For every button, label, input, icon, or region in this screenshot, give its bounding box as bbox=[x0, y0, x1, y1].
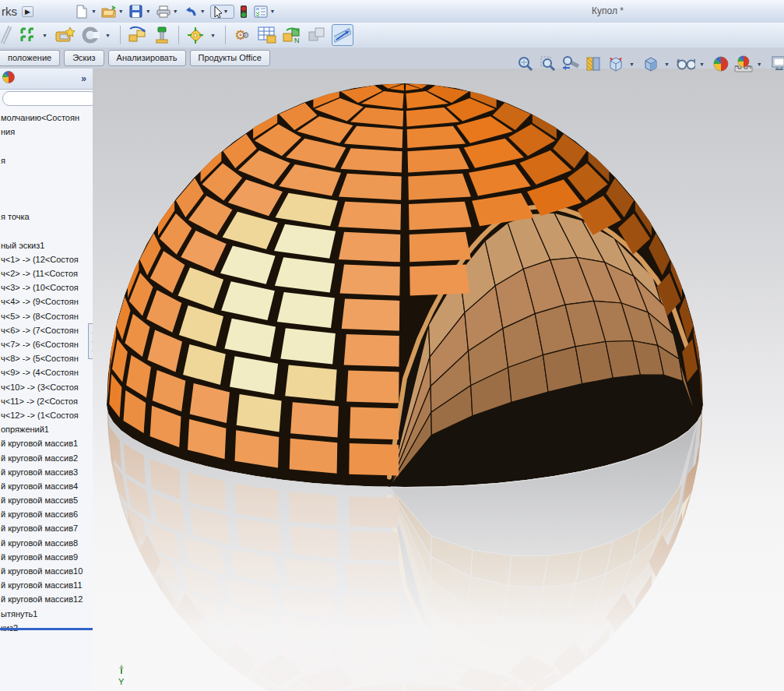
bill-of-materials-icon[interactable] bbox=[257, 25, 277, 45]
assembly-features-gears-icon[interactable]: ⚙⚙ bbox=[232, 25, 252, 45]
measure-tool-button[interactable] bbox=[332, 24, 353, 46]
tree-item[interactable]: ч<8> -> (5<Состоян bbox=[0, 351, 93, 365]
insert-components-icon[interactable] bbox=[17, 25, 37, 45]
save-icon[interactable] bbox=[128, 4, 144, 19]
view-orientation-icon[interactable] bbox=[606, 55, 625, 73]
tree-item[interactable] bbox=[0, 167, 93, 182]
select-tool-button[interactable]: ▼ bbox=[210, 5, 234, 19]
toolbar-separator bbox=[178, 26, 179, 44]
tree-item[interactable]: й круговой массив9 bbox=[0, 550, 93, 564]
solidworks-window: { "window": { "app_title_fragment": "rks… bbox=[0, 0, 784, 691]
appearance-tab-icon[interactable] bbox=[2, 71, 16, 87]
view-orientation-dropdown[interactable]: ▼ bbox=[629, 62, 635, 67]
tab-office-products[interactable]: Продукты Office bbox=[190, 50, 270, 66]
options-checklist-icon[interactable] bbox=[253, 4, 269, 19]
options-dropdown[interactable]: ▼ bbox=[270, 9, 276, 14]
tree-item[interactable]: я точка bbox=[0, 210, 93, 224]
undo-icon[interactable] bbox=[183, 4, 199, 19]
smart-fastener-icon[interactable] bbox=[152, 25, 172, 45]
save-dropdown[interactable]: ▼ bbox=[146, 9, 151, 14]
tree-item[interactable]: й круговой массив8 bbox=[0, 536, 93, 550]
display-style-icon[interactable] bbox=[642, 55, 660, 73]
tree-item[interactable] bbox=[0, 139, 93, 153]
menu-expand-button[interactable]: ▶ bbox=[22, 6, 33, 17]
mate-icon[interactable] bbox=[80, 25, 100, 45]
tree-item[interactable]: молчанию<Состоян bbox=[0, 111, 93, 125]
print-dropdown[interactable]: ▼ bbox=[173, 9, 178, 14]
apply-scene-icon[interactable] bbox=[734, 55, 753, 73]
tree-item[interactable]: й круговой массив3 bbox=[0, 465, 93, 479]
tree-item[interactable]: я bbox=[0, 153, 93, 167]
rollback-bar[interactable] bbox=[0, 628, 93, 630]
new-document-icon[interactable] bbox=[74, 4, 90, 19]
view-settings-icon[interactable] bbox=[769, 55, 784, 73]
hide-show-dropdown[interactable]: ▼ bbox=[699, 62, 705, 67]
component-with-star-icon[interactable] bbox=[55, 25, 76, 45]
zoom-to-area-icon[interactable] bbox=[539, 55, 557, 73]
panel-expand-chevron[interactable]: » bbox=[81, 73, 86, 84]
tree-item[interactable]: ч<7> -> (6<Состоян bbox=[0, 337, 93, 351]
tab-sketch[interactable]: Эскиз bbox=[64, 50, 104, 66]
select-dropdown[interactable]: ▼ bbox=[223, 9, 229, 14]
print-icon[interactable] bbox=[156, 4, 171, 19]
title-bar: rks ▶ ▼ ▼ ▼ ▼ ▼ ▼ ▼ bbox=[0, 0, 784, 23]
tree-item[interactable]: ч<11> -> (2<Состоя bbox=[0, 394, 93, 408]
section-view-icon[interactable] bbox=[584, 55, 603, 73]
tree-item[interactable]: опряжений1 bbox=[0, 422, 93, 436]
tree-item[interactable]: й круговой массив6 bbox=[0, 507, 93, 521]
axis-y-label: Y bbox=[118, 677, 125, 686]
insert-components-dropdown[interactable]: ▼ bbox=[42, 33, 47, 38]
hide-show-items-icon[interactable] bbox=[677, 55, 695, 73]
tree-item[interactable]: ч<12> -> (1<Состоя bbox=[0, 408, 93, 422]
reference-triad: Y bbox=[113, 663, 130, 689]
tree-item[interactable]: й круговой массив1 bbox=[0, 436, 93, 450]
tree-item[interactable]: ч<5> -> (8<Состоян bbox=[0, 309, 93, 323]
feature-manager-panel: » молчанию<Состояннияяя точканый эскиз1ч… bbox=[0, 69, 93, 691]
edit-appearance-icon[interactable] bbox=[712, 55, 730, 73]
tree-item[interactable]: й круговой массив11 bbox=[0, 578, 93, 592]
exploded-view-icon[interactable] bbox=[185, 25, 206, 45]
edit-component-icon[interactable] bbox=[0, 25, 12, 45]
tree-item[interactable]: ч<6> -> (7<Состоян bbox=[0, 323, 93, 337]
tree-item[interactable]: й круговой массив5 bbox=[0, 493, 93, 507]
mate-dropdown[interactable]: ▼ bbox=[105, 33, 111, 38]
standard-toolbar: ▼ ▼ ▼ ▼ ▼ ▼ ▼ bbox=[74, 4, 279, 19]
tree-item[interactable]: ч<10> -> (3<Состоя bbox=[0, 380, 93, 394]
tree-item[interactable]: ч<3> -> (10<Состоя bbox=[0, 280, 93, 294]
tab-layout[interactable]: положение bbox=[0, 50, 60, 66]
tree-item[interactable]: ный эскиз1 bbox=[0, 238, 93, 252]
feature-tree-filter-input[interactable] bbox=[2, 91, 97, 106]
assembly-toolbar: ▼ ▼ ▼ ⚙⚙ N bbox=[0, 23, 784, 48]
graphics-viewport[interactable]: Y bbox=[93, 69, 784, 691]
tree-item[interactable]: ч<4> -> (9<Состоян bbox=[0, 294, 93, 308]
display-style-dropdown[interactable]: ▼ bbox=[664, 62, 670, 67]
exploded-view-dropdown[interactable]: ▼ bbox=[210, 33, 216, 38]
tree-item[interactable]: й круговой массив7 bbox=[0, 521, 93, 535]
undo-dropdown[interactable]: ▼ bbox=[200, 9, 206, 14]
previous-view-icon[interactable] bbox=[561, 55, 580, 73]
tree-item[interactable]: ч<1> -> (12<Состоя bbox=[0, 252, 93, 266]
tree-item[interactable] bbox=[0, 196, 93, 210]
tree-item[interactable]: ч<9> -> (4<Состоян bbox=[0, 365, 93, 379]
tree-item[interactable]: ч<2> -> (11<Состоя bbox=[0, 266, 93, 280]
new-motion-study-icon[interactable]: N bbox=[282, 25, 302, 45]
interference-detection-icon[interactable] bbox=[307, 25, 327, 45]
zoom-to-fit-icon[interactable] bbox=[516, 55, 535, 73]
rebuild-traffic-light-icon[interactable] bbox=[236, 4, 251, 19]
tree-item[interactable]: й круговой массив2 bbox=[0, 451, 93, 465]
tree-item[interactable]: ния bbox=[0, 125, 93, 139]
open-dropdown[interactable]: ▼ bbox=[118, 9, 124, 14]
tree-item[interactable] bbox=[0, 224, 93, 238]
tree-item[interactable]: й круговой массив12 bbox=[0, 592, 93, 606]
feature-tree: молчанию<Состояннияяя точканый эскиз1ч<1… bbox=[0, 111, 93, 635]
tree-item[interactable] bbox=[0, 182, 93, 196]
tree-item[interactable]: й круговой массив10 bbox=[0, 564, 93, 578]
open-document-icon[interactable] bbox=[101, 4, 117, 19]
apply-scene-dropdown[interactable]: ▼ bbox=[757, 62, 762, 67]
move-component-icon[interactable] bbox=[127, 25, 147, 45]
new-document-dropdown[interactable]: ▼ bbox=[91, 9, 97, 14]
tab-evaluate[interactable]: Анализировать bbox=[108, 50, 186, 66]
tree-item[interactable]: й круговой массив4 bbox=[0, 479, 93, 493]
dome-model-scene[interactable] bbox=[93, 69, 784, 691]
tree-item[interactable]: ытянуть1 bbox=[0, 607, 93, 621]
